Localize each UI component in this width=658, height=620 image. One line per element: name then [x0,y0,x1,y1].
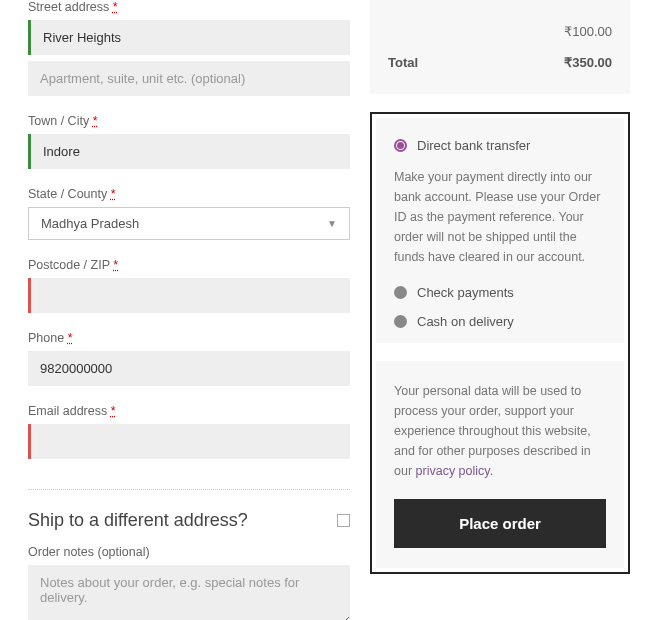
order-notes-label: Order notes (optional) [28,545,350,559]
order-summary: ₹100.00 Total ₹350.00 Direct bank transf… [370,0,630,620]
city-field: Town / City * [28,114,350,169]
ship-different-title: Ship to a different address? [28,510,248,531]
total-label: Total [388,55,418,70]
payment-option-label: Direct bank transfer [417,138,530,153]
radio-icon [394,139,407,152]
payment-option-bank[interactable]: Direct bank transfer [394,138,606,153]
city-input[interactable] [28,134,350,169]
street-address-2-input[interactable] [28,61,350,96]
order-notes-field: Order notes (optional) [28,545,350,620]
payment-option-label: Check payments [417,285,514,300]
radio-icon [394,315,407,328]
phone-field: Phone * [28,331,350,386]
total-value: ₹350.00 [564,55,612,70]
billing-form: Street address * Town / City * State / C… [28,0,350,620]
street-address-label: Street address * [28,0,350,14]
postcode-field: Postcode / ZIP * [28,258,350,313]
required-mark: * [111,187,116,201]
street-address-field: Street address * [28,0,350,96]
required-mark: * [113,0,118,14]
state-field: State / County * Madhya Pradesh ▼ [28,187,350,240]
email-field: Email address * [28,404,350,459]
subtotal-value: ₹100.00 [564,24,612,39]
payment-option-label: Cash on delivery [417,314,514,329]
email-label: Email address * [28,404,350,418]
privacy-text: Your personal data will be used to proce… [394,381,606,481]
state-label: State / County * [28,187,350,201]
total-row: Total ₹350.00 [388,47,612,78]
required-mark: * [93,114,98,128]
payment-section: Direct bank transfer Make your payment d… [370,112,630,574]
required-mark: * [111,404,116,418]
street-address-input[interactable] [28,20,350,55]
privacy-box: Your personal data will be used to proce… [376,361,624,568]
postcode-label: Postcode / ZIP * [28,258,350,272]
payment-option-check[interactable]: Check payments [394,285,606,300]
chevron-down-icon: ▼ [327,218,337,229]
payment-bank-description: Make your payment directly into our bank… [394,167,606,267]
payment-option-cod[interactable]: Cash on delivery [394,314,606,329]
city-label: Town / City * [28,114,350,128]
phone-label: Phone * [28,331,350,345]
phone-input[interactable] [28,351,350,386]
subtotal-row: ₹100.00 [388,16,612,47]
privacy-policy-link[interactable]: privacy policy [416,464,490,478]
required-mark: * [113,258,118,272]
shipping-section: Ship to a different address? Order notes… [28,489,350,620]
state-selected-value: Madhya Pradesh [41,216,139,231]
postcode-input[interactable] [28,278,350,313]
order-notes-input[interactable] [28,565,350,620]
totals-box: ₹100.00 Total ₹350.00 [370,0,630,94]
ship-different-checkbox[interactable] [337,514,350,527]
state-select[interactable]: Madhya Pradesh ▼ [28,207,350,240]
email-input[interactable] [28,424,350,459]
required-mark: * [68,331,73,345]
place-order-button[interactable]: Place order [394,499,606,548]
radio-icon [394,286,407,299]
